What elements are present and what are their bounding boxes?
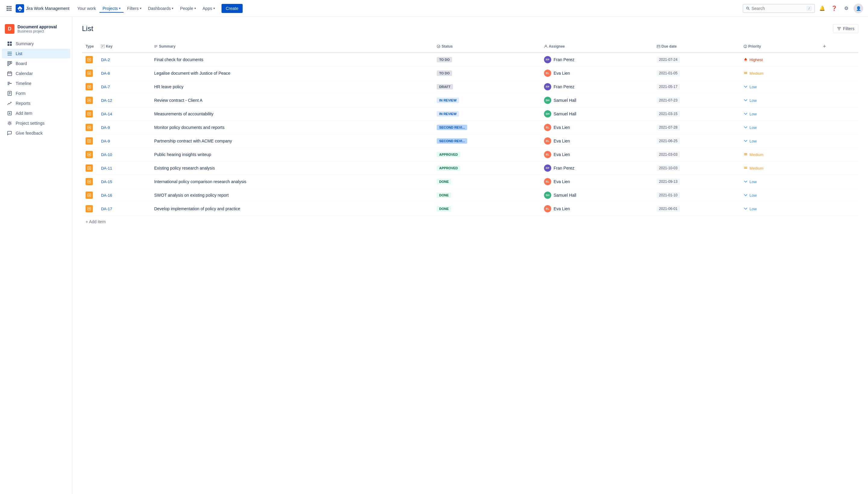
cell-key[interactable]: DA-2	[97, 53, 150, 66]
add-column-button[interactable]: +	[821, 43, 828, 50]
cell-status[interactable]: IN REVIEW	[433, 94, 540, 107]
sidebar-item-board[interactable]: Board	[2, 59, 70, 69]
cell-summary[interactable]: SWOT analysis on existing policy report	[150, 189, 433, 202]
cell-key[interactable]: DA-8	[97, 66, 150, 80]
cell-status[interactable]: IN REVIEW	[433, 107, 540, 121]
cell-extra	[817, 202, 858, 216]
col-add[interactable]: +	[817, 40, 858, 53]
cell-extra	[817, 66, 858, 80]
cell-status[interactable]: TO DO	[433, 66, 540, 80]
cell-summary[interactable]: Monitor policy documents and reports	[150, 121, 433, 134]
cell-status[interactable]: APPROVED	[433, 162, 540, 175]
assignee-name: Eva Lien	[554, 125, 570, 130]
filters-button[interactable]: Filters	[833, 24, 858, 33]
due-date-badge: 2021-05-17	[657, 84, 680, 90]
user-avatar[interactable]: 👤	[853, 4, 863, 13]
col-type[interactable]: Type	[82, 40, 97, 53]
status-badge: DONE	[437, 179, 451, 184]
timeline-icon	[7, 81, 13, 86]
cell-status[interactable]: DRAFT	[433, 80, 540, 94]
status-badge: DRAFT	[437, 84, 453, 90]
sidebar-item-add-item[interactable]: Add item	[2, 109, 70, 118]
nav-projects[interactable]: Projects ▾	[99, 4, 124, 13]
cell-summary[interactable]: HR leave policy	[150, 80, 433, 94]
cell-status[interactable]: DONE	[433, 189, 540, 202]
sidebar-item-project-settings[interactable]: Project settings	[2, 118, 70, 128]
help-button[interactable]: ❓	[829, 4, 839, 13]
task-type-icon	[86, 124, 93, 131]
sidebar: D Document approval Business project Sum…	[0, 17, 72, 494]
sidebar-item-give-feedback[interactable]: Give feedback	[2, 128, 70, 138]
cell-status[interactable]: SECOND REVI...	[433, 121, 540, 134]
sidebar-item-summary[interactable]: Summary	[2, 39, 70, 49]
priority-cell: Low	[743, 206, 814, 211]
search-input[interactable]	[752, 6, 805, 11]
cell-key[interactable]: DA-7	[97, 80, 150, 94]
cell-summary[interactable]: International policy comparison research…	[150, 175, 433, 189]
cell-key[interactable]: DA-15	[97, 175, 150, 189]
notifications-button[interactable]: 🔔	[817, 4, 827, 13]
assignee-cell: EL Eva Lien	[544, 151, 649, 158]
cell-priority: Low	[740, 134, 817, 148]
nav-your-work[interactable]: Your work	[74, 4, 99, 13]
col-priority[interactable]: Priority	[740, 40, 817, 53]
app-logo[interactable]: Jira Work Management	[16, 4, 69, 13]
cell-key[interactable]: DA-11	[97, 162, 150, 175]
settings-button[interactable]: ⚙	[842, 4, 851, 13]
project-type: Business project	[17, 29, 57, 34]
cell-key[interactable]: DA-17	[97, 202, 150, 216]
nav-dashboards[interactable]: Dashboards ▾	[145, 4, 177, 13]
cell-type	[82, 94, 97, 107]
cell-summary[interactable]: Legalise document with Justice of Peace	[150, 66, 433, 80]
cell-summary[interactable]: Partnership contract with ACME company	[150, 134, 433, 148]
assignee-cell: SH Samuel Hall	[544, 110, 649, 117]
col-status[interactable]: Status	[433, 40, 540, 53]
assignee-name: Eva Lien	[554, 206, 570, 211]
sidebar-item-timeline[interactable]: Timeline	[2, 79, 70, 88]
grid-icon[interactable]	[5, 4, 13, 13]
nav-filters[interactable]: Filters ▾	[124, 4, 144, 13]
table-row: DA-2 Final check for documents TO DO FP …	[82, 53, 858, 66]
cell-summary[interactable]: Public hearing insights writeup	[150, 148, 433, 162]
sidebar-item-list[interactable]: List	[2, 49, 70, 58]
cell-type	[82, 107, 97, 121]
nav-apps[interactable]: Apps ▾	[200, 4, 218, 13]
cell-status[interactable]: APPROVED	[433, 148, 540, 162]
sidebar-item-calendar[interactable]: Calendar	[2, 69, 70, 78]
assignee-cell: SH Samuel Hall	[544, 97, 649, 104]
assignee-name: Samuel Hall	[554, 193, 576, 197]
cell-key[interactable]: DA-12	[97, 94, 150, 107]
col-summary[interactable]: Summary	[150, 40, 433, 53]
priority-label: Medium	[750, 71, 763, 76]
search-box[interactable]: /	[743, 4, 815, 13]
add-item-icon	[7, 111, 13, 116]
cell-key[interactable]: DA-9	[97, 121, 150, 134]
cell-key[interactable]: DA-14	[97, 107, 150, 121]
sidebar-item-form[interactable]: Form	[2, 89, 70, 98]
cell-key[interactable]: DA-16	[97, 189, 150, 202]
cell-summary[interactable]: Review contract - Client A	[150, 94, 433, 107]
cell-status[interactable]: DONE	[433, 202, 540, 216]
col-key[interactable]: Key	[97, 40, 150, 53]
svg-rect-14	[7, 44, 10, 46]
cell-status[interactable]: TO DO	[433, 53, 540, 66]
table-row: DA-7 HR leave policy DRAFT FP Fran Perez…	[82, 80, 858, 94]
cell-key[interactable]: DA-10	[97, 148, 150, 162]
cell-summary[interactable]: Existing policy research analysis	[150, 162, 433, 175]
add-item-row[interactable]: + Add item	[82, 216, 858, 228]
col-due-date[interactable]: Due date	[653, 40, 740, 53]
cell-assignee: FP Fran Perez	[540, 80, 653, 94]
priority-cell: Low	[743, 193, 814, 198]
nav-people[interactable]: People ▾	[177, 4, 199, 13]
create-button[interactable]: Create	[222, 4, 243, 13]
cell-summary[interactable]: Final check for documents	[150, 53, 433, 66]
svg-point-46	[437, 45, 440, 48]
cell-summary[interactable]: Measurements of accountability	[150, 107, 433, 121]
cell-status[interactable]: DONE	[433, 175, 540, 189]
cell-summary[interactable]: Develop implementation of policy and pra…	[150, 202, 433, 216]
cell-key[interactable]: DA-9	[97, 134, 150, 148]
cell-extra	[817, 134, 858, 148]
sidebar-item-reports[interactable]: Reports	[2, 98, 70, 108]
col-assignee[interactable]: Assignee	[540, 40, 653, 53]
cell-status[interactable]: SECOND REVI...	[433, 134, 540, 148]
